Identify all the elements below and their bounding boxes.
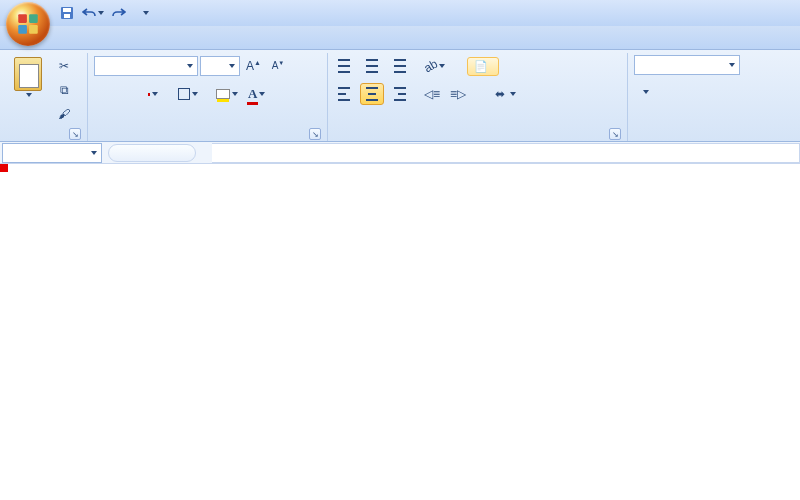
group-label-number xyxy=(634,125,740,141)
grow-font-icon: A▲ xyxy=(246,59,261,73)
align-bottom-button[interactable] xyxy=(386,55,410,77)
increase-indent-button[interactable]: ≡▷ xyxy=(446,83,470,105)
name-box[interactable] xyxy=(2,143,102,163)
svg-rect-6 xyxy=(64,14,70,18)
qat-customize-button[interactable] xyxy=(134,3,156,23)
chevron-down-icon xyxy=(143,11,149,15)
number-format-selector[interactable] xyxy=(634,55,740,75)
cut-icon: ✂ xyxy=(56,58,72,74)
fill-color-button[interactable] xyxy=(212,83,242,105)
underline-button[interactable] xyxy=(142,83,164,105)
orientation-button[interactable]: ab xyxy=(420,55,449,77)
office-orb-icon xyxy=(15,11,41,37)
undo-icon xyxy=(82,7,96,19)
align-right-icon xyxy=(390,86,406,102)
group-label-font: ↘ xyxy=(94,125,321,141)
group-label-clipboard: ↘ xyxy=(8,125,81,141)
comma-format-button[interactable] xyxy=(682,81,704,103)
merge-icon: ⬌ xyxy=(495,87,505,101)
border-button[interactable] xyxy=(174,83,202,105)
group-font: A▲ A▼ A ↘ xyxy=(88,53,328,141)
align-bottom-icon xyxy=(390,58,406,74)
dialog-launcher-clipboard[interactable]: ↘ xyxy=(69,128,81,140)
format-painter-button[interactable]: 🖌 xyxy=(52,103,76,125)
font-size-selector[interactable] xyxy=(200,56,240,76)
merge-center-button[interactable]: ⬌ xyxy=(488,83,523,105)
svg-rect-1 xyxy=(29,14,38,23)
accounting-format-button[interactable] xyxy=(634,81,656,103)
shrink-font-button[interactable]: A▼ xyxy=(267,55,289,77)
chevron-down-icon xyxy=(729,63,735,67)
copy-icon: ⧉ xyxy=(56,82,72,98)
group-clipboard: ✂ ⧉ 🖌 ↘ xyxy=(2,53,88,141)
office-button[interactable] xyxy=(6,2,50,46)
qat-redo-button[interactable] xyxy=(108,3,130,23)
svg-rect-5 xyxy=(63,8,71,12)
svg-rect-3 xyxy=(29,25,38,34)
font-color-icon: A xyxy=(248,86,257,102)
qat-save-button[interactable] xyxy=(56,3,78,23)
chevron-down-icon xyxy=(229,64,235,68)
font-name-selector[interactable] xyxy=(94,56,198,76)
align-middle-button[interactable] xyxy=(360,55,384,77)
save-icon xyxy=(60,6,74,20)
underline-icon xyxy=(148,93,150,96)
wrap-text-icon: 📄 xyxy=(474,60,488,73)
formula-bar-expand[interactable] xyxy=(108,144,196,162)
fill-color-icon xyxy=(216,89,230,99)
annotation-highlight-box xyxy=(0,164,8,172)
shrink-font-icon: A▼ xyxy=(272,60,285,71)
title-bar xyxy=(0,0,800,26)
chevron-down-icon xyxy=(91,151,97,155)
qat-undo-button[interactable] xyxy=(82,3,104,23)
dialog-launcher-alignment[interactable]: ↘ xyxy=(609,128,621,140)
svg-rect-0 xyxy=(18,14,27,23)
group-label-alignment: ↘ xyxy=(334,125,621,141)
cut-button[interactable]: ✂ xyxy=(52,55,76,77)
ribbon-tabs xyxy=(0,26,800,50)
dialog-launcher-font[interactable]: ↘ xyxy=(309,128,321,140)
redo-icon xyxy=(112,7,126,19)
align-left-button[interactable] xyxy=(334,83,358,105)
svg-rect-2 xyxy=(18,25,27,34)
formula-input[interactable] xyxy=(212,143,800,163)
align-top-icon xyxy=(338,58,354,74)
align-top-button[interactable] xyxy=(334,55,358,77)
font-color-button[interactable]: A xyxy=(244,83,269,105)
chevron-down-icon xyxy=(26,93,32,97)
align-right-button[interactable] xyxy=(386,83,410,105)
align-middle-icon xyxy=(364,58,380,74)
chevron-down-icon xyxy=(187,64,193,68)
bold-button[interactable] xyxy=(94,83,116,105)
group-alignment: ab 📄 ◁≡ ≡▷ ⬌ ↘ xyxy=(328,53,628,141)
orientation-icon: ab xyxy=(421,57,440,76)
grow-font-button[interactable]: A▲ xyxy=(242,55,265,77)
formula-bar xyxy=(0,142,800,164)
border-icon xyxy=(178,88,190,100)
decrease-indent-icon: ◁≡ xyxy=(424,87,440,101)
align-left-icon xyxy=(338,86,354,102)
decrease-indent-button[interactable]: ◁≡ xyxy=(420,83,444,105)
copy-button[interactable]: ⧉ xyxy=(52,79,76,101)
align-center-button[interactable] xyxy=(360,83,384,105)
wrap-text-button[interactable]: 📄 xyxy=(467,57,499,76)
paste-button[interactable] xyxy=(8,55,48,121)
percent-format-button[interactable] xyxy=(658,81,680,103)
ribbon: ✂ ⧉ 🖌 ↘ A▲ A▼ A xyxy=(0,50,800,142)
paste-icon xyxy=(14,57,42,91)
brush-icon: 🖌 xyxy=(56,106,72,122)
increase-indent-icon: ≡▷ xyxy=(450,87,466,101)
group-number xyxy=(628,53,746,141)
align-center-icon xyxy=(364,86,380,102)
italic-button[interactable] xyxy=(118,83,140,105)
